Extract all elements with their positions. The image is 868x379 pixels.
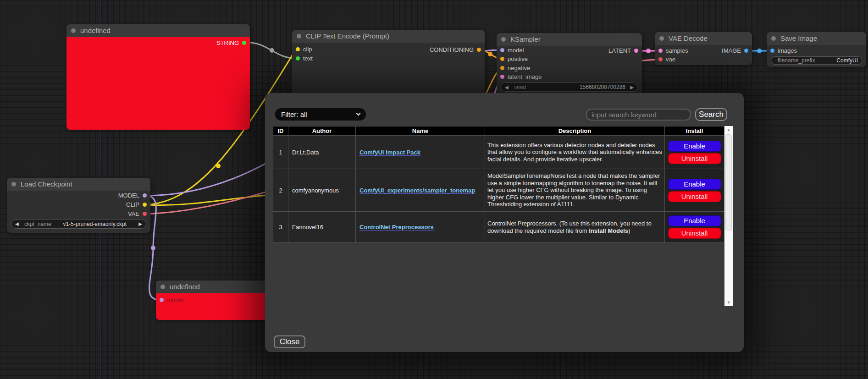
enable-button[interactable]: Enable <box>668 215 721 226</box>
cell-install: EnableUninstall <box>665 169 724 212</box>
node-collapse-dot[interactable] <box>297 34 301 38</box>
enable-button[interactable]: Enable <box>668 179 721 190</box>
output-slot-latent[interactable]: LATENT <box>608 47 638 55</box>
filename-prefix-widget[interactable]: filename_prefix ComfyUI <box>771 56 862 65</box>
slot-dot[interactable] <box>477 48 481 52</box>
node-title: Load Checkpoint <box>7 178 150 191</box>
wire-midpoint-dot <box>757 49 762 53</box>
table-row: 3Fannovel16ControlNet PreprocessorsContr… <box>273 212 724 243</box>
filter-select[interactable]: Filter: all <box>275 108 366 121</box>
cell-id: 3 <box>273 212 288 243</box>
slot-dot[interactable] <box>143 203 147 207</box>
node-collapse-dot[interactable] <box>771 36 776 41</box>
slot-dot[interactable] <box>143 193 147 198</box>
slot-dot[interactable] <box>744 49 748 53</box>
cell-author: Fannovel16 <box>288 212 356 243</box>
scroll-up-icon[interactable]: ▲ <box>724 126 733 133</box>
node-title: KSampler <box>497 33 642 46</box>
slot-dot[interactable] <box>658 49 663 53</box>
input-slot-text[interactable]: text <box>296 55 313 62</box>
header-id: ID <box>273 126 288 136</box>
scrollbar-thumb[interactable] <box>725 134 732 231</box>
cell-id: 2 <box>273 169 288 212</box>
uninstall-button[interactable]: Uninstall <box>668 153 721 164</box>
increment-arrow-icon[interactable]: ▶ <box>136 221 142 226</box>
extension-link[interactable]: ComfyUI_experiments/sampler_tonemap <box>359 187 475 194</box>
extension-link[interactable]: ComfyUI Impact Pack <box>359 149 420 156</box>
wire-clip-hidden <box>146 194 280 205</box>
cell-name: ComfyUI_experiments/sampler_tonemap <box>356 169 485 212</box>
slot-dot[interactable] <box>242 41 246 45</box>
node-graph-canvas[interactable]: undefined STRING CLIP Text Encode (Promp… <box>0 0 868 379</box>
slot-dot[interactable] <box>500 57 504 61</box>
node-body: STRING <box>66 37 250 130</box>
cell-install: EnableUninstall <box>665 136 724 169</box>
table-scrollbar[interactable]: ▲ ▼ <box>724 126 733 306</box>
header-install: Install <box>665 126 724 136</box>
close-button[interactable]: Close <box>274 335 305 348</box>
cell-description: This extension offers various detector n… <box>485 136 665 169</box>
output-slot-vae[interactable]: VAE <box>128 210 147 218</box>
wire-midpoint-dot <box>270 48 274 53</box>
slot-dot[interactable] <box>500 66 504 70</box>
slot-dot[interactable] <box>143 212 147 216</box>
cell-description: ControlNet Preprocessors. (To use this e… <box>485 212 665 243</box>
header-description: Description <box>485 126 665 136</box>
wire-midpoint-dot <box>646 49 651 53</box>
node-vae-decode[interactable]: VAE Decode samples vae IMAGE <box>655 32 752 65</box>
uninstall-button[interactable]: Uninstall <box>668 228 721 239</box>
node-ksampler[interactable]: KSampler model positive negative latent_… <box>497 33 642 95</box>
input-slot-latent-image[interactable]: latent_image <box>500 73 542 81</box>
seed-widget[interactable]: ◀ seed 156680208700286 ▶ <box>501 82 638 92</box>
output-slot-image[interactable]: IMAGE <box>722 47 748 55</box>
table-header-row: ID Author Name Description Install <box>273 126 724 136</box>
output-slot-conditioning[interactable]: CONDITIONING <box>430 46 481 54</box>
cell-install: EnableUninstall <box>665 212 724 243</box>
search-button[interactable]: Search <box>695 108 727 121</box>
cell-id: 1 <box>273 136 288 169</box>
node-title: VAE Decode <box>655 32 752 45</box>
slot-dot[interactable] <box>658 57 663 61</box>
input-slot-images[interactable]: images <box>770 47 797 55</box>
extensions-table-body: 1Dr.Lt.DataComfyUI Impact PackThis exten… <box>273 136 724 243</box>
node-save-image[interactable]: Save Image images filename_prefix ComfyU… <box>767 32 866 67</box>
slot-dot[interactable] <box>770 49 774 53</box>
node-undefined-string[interactable]: undefined STRING <box>66 24 250 130</box>
node-collapse-dot[interactable] <box>71 28 76 33</box>
node-title: CLIP Text Encode (Prompt) <box>292 30 485 43</box>
slot-dot[interactable] <box>160 298 164 302</box>
node-collapse-dot[interactable] <box>160 285 165 289</box>
node-collapse-dot[interactable] <box>659 36 664 41</box>
ckpt-name-widget[interactable]: ◀ ckpt_name v1-5-pruned-emaonly.ckpt ▶ <box>11 219 146 229</box>
input-slot-positive[interactable]: positive <box>500 55 528 63</box>
input-slot-vae[interactable]: vae <box>658 56 675 63</box>
search-input[interactable] <box>586 109 691 121</box>
input-slot-model[interactable]: model <box>160 297 183 304</box>
decrement-arrow-icon[interactable]: ◀ <box>505 85 511 90</box>
slot-dot[interactable] <box>500 75 504 79</box>
input-slot-negative[interactable]: negative <box>500 65 530 72</box>
slot-dot[interactable] <box>500 48 504 52</box>
table-row: 2comfyanonymousComfyUI_experiments/sampl… <box>273 169 724 212</box>
node-body: MODEL CLIP VAE ◀ ckpt_name v1-5-pruned-e… <box>7 191 150 233</box>
output-slot-clip[interactable]: CLIP <box>126 201 147 209</box>
increment-arrow-icon[interactable]: ▶ <box>627 85 634 90</box>
node-load-checkpoint[interactable]: Load Checkpoint MODEL CLIP VAE ◀ ckpt_na… <box>7 178 150 233</box>
slot-dot[interactable] <box>296 56 300 60</box>
enable-button[interactable]: Enable <box>668 141 721 152</box>
input-slot-clip[interactable]: clip <box>296 46 312 53</box>
output-slot-model[interactable]: MODEL <box>118 192 147 199</box>
node-collapse-dot[interactable] <box>501 37 506 42</box>
input-slot-samples[interactable]: samples <box>658 47 688 55</box>
cell-author: Dr.Lt.Data <box>288 136 356 169</box>
decrement-arrow-icon[interactable]: ◀ <box>15 221 22 226</box>
uninstall-button[interactable]: Uninstall <box>668 191 721 202</box>
slot-dot[interactable] <box>634 49 638 53</box>
extension-link[interactable]: ControlNet Preprocessors <box>359 224 434 231</box>
slot-dot[interactable] <box>296 47 300 51</box>
input-slot-model[interactable]: model <box>500 47 524 54</box>
wire-midpoint-dot <box>216 164 221 168</box>
output-slot-string[interactable]: STRING <box>216 39 246 47</box>
node-collapse-dot[interactable] <box>11 182 16 187</box>
scroll-down-icon[interactable]: ▼ <box>724 299 733 306</box>
